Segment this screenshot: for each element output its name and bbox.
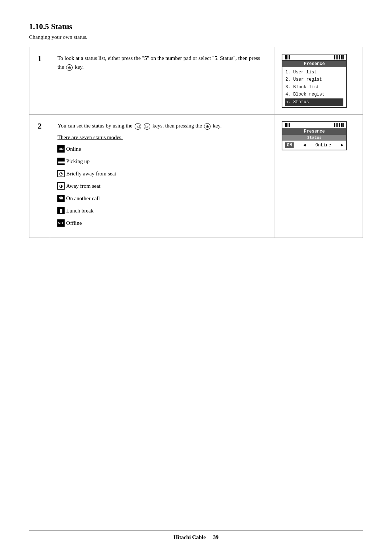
phone-screen-2: ▐▌▌ ▐▐▐▐▌ Presence Status ON ◄ OnLine ► [282,121,347,150]
step-2-intro: You can set the status by using the ◁ ▷ … [57,121,267,130]
lunch-label: Lunch break [66,206,93,215]
away-icon: ◑ [57,182,65,190]
status-online: ON Online [57,145,267,153]
briefly-away-label: Briefly away from seat [66,169,116,178]
status-lunch: ▐▌ Lunch break [57,206,267,215]
menu-item-5: 5. Status [285,98,343,106]
nav-left-icon: ON [285,142,293,148]
phone-screen-1: ▐▌▌ ▐▐▐▐▌ Presence 1. User list 2. User … [282,54,347,108]
right-key: ▷ [144,123,150,130]
signal-icon-2: ▐▌▌ [284,123,291,127]
phone-header-2: Presence [282,128,346,135]
footer: Hitachi Cable 39 [29,530,363,540]
briefly-away-icon: ◔ [57,170,65,177]
step-1-image: ▐▌▌ ▐▐▐▐▌ Presence 1. User list 2. User … [274,47,363,115]
phone-menu-1: 1. User list 2. User regist 3. Block lis… [282,67,346,107]
status-away: ◑ Away from seat [57,182,267,190]
step-2-number: 2 [29,114,50,238]
lunch-icon: ▐▌ [57,207,65,214]
nav-right-arrow: ► [341,143,343,148]
menu-item-1: 1. User list [285,69,343,76]
step-1-row: 1 To look at a status list, either press… [29,47,363,115]
phone-header-1: Presence [282,61,346,67]
step-1-number: 1 [29,47,50,115]
on-call-label: On another call [66,194,99,203]
status-offline: OFF Offline [57,219,267,227]
online-label: Online [66,145,81,153]
menu-item-2: 2. User regist [285,76,343,83]
confirm-key-1: ⊛ [66,64,73,71]
phone-top-bar-1: ▐▌▌ ▐▐▐▐▌ [282,54,346,61]
footer-page: 39 [213,534,219,540]
offline-icon: OFF [57,219,65,227]
left-key: ◁ [135,123,141,130]
pickup-icon: ▬ [57,158,65,165]
nav-left-arrow: ◄ [303,143,306,148]
on-call-icon: ☎ [57,195,65,202]
online-icon: ON [57,145,65,153]
phone-nav-row-2: ON ◄ OnLine ► [282,141,346,150]
pickup-label: Picking up [66,157,90,166]
page: 1.10.5 Status Changing your own status. … [0,0,392,555]
step-2-row: 2 You can set the status by using the ◁ … [29,114,363,238]
status-pickup: ▬ Picking up [57,157,267,166]
step-1-content: To look at a status list, either press t… [50,47,274,115]
footer-brand: Hitachi Cable [173,534,206,540]
menu-item-3: 3. Block list [285,84,343,91]
status-modes-list: ON Online ▬ Picking up ◔ Briefly away fr… [57,145,267,227]
phone-top-bar-2: ▐▌▌ ▐▐▐▐▌ [282,122,346,128]
away-label: Away from seat [66,182,100,190]
signal-icon-1: ▐▌▌ [284,55,291,60]
subtitle: Changing your own status. [29,34,363,40]
status-on-call: ☎ On another call [57,194,267,203]
nav-label: OnLine [315,143,331,148]
step-1-text: To look at a status list, either press t… [57,55,260,70]
step-2-image: ▐▌▌ ▐▐▐▐▌ Presence Status ON ◄ OnLine ► [274,114,363,238]
steps-table: 1 To look at a status list, either press… [29,47,363,238]
battery-icon-2: ▐▐▐▐▌ [333,123,345,127]
step-2-underline: There are seven status modes. [57,133,267,142]
offline-label: Offline [66,219,82,227]
menu-item-4: 4. Block regist [285,91,343,98]
section-title: 1.10.5 Status [29,22,363,31]
confirm-key-2: ⊛ [204,123,211,130]
status-briefly-away: ◔ Briefly away from seat [57,169,267,178]
battery-icon-1: ▐▐▐▐▌ [333,55,345,60]
phone-subheader-2: Status [282,135,346,141]
step-2-content: You can set the status by using the ◁ ▷ … [50,114,274,238]
